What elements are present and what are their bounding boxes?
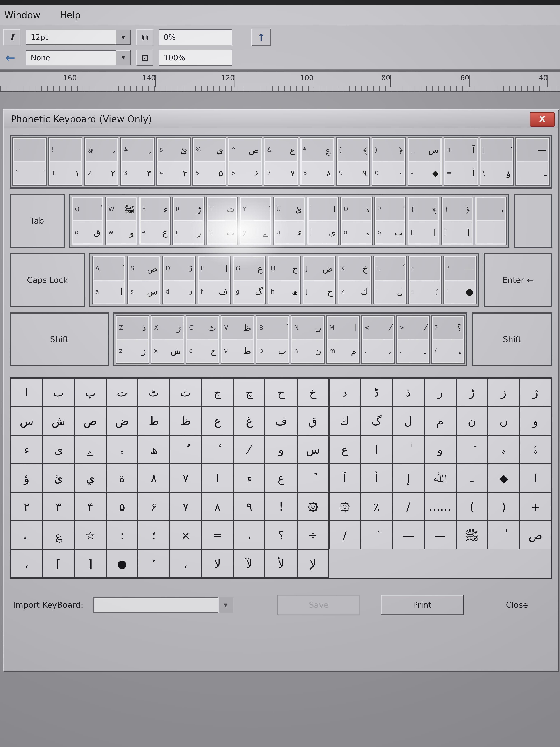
key-arabic-label: س [147,287,158,297]
close-button[interactable]: Close [485,596,549,614]
key-latin-label: a [95,288,99,295]
keyboard-bottom-row: Shift ZذzزXژxشCثcچVظvطBؓbبNںnنMاmم<⁄,،>⁄… [10,312,553,366]
key-arabic-label: ا [120,287,122,297]
grid-cell: ع [202,407,233,435]
key-arabic-label: ھ [292,287,298,297]
grid-cell: پ [74,378,106,407]
key-shift-arabic-label: ا [225,263,228,274]
key-shift-arabic-label: — [465,263,473,274]
keyboard-key-blank: —ـ [515,137,550,186]
key-arabic-label: ۵ [218,168,223,178]
grid-cell: ☆ [74,521,106,549]
keyboard-key-5: %ي5۵ [192,137,226,186]
key-shift-latin-label: Q [75,206,80,213]
key-latin-label: ; [411,288,413,295]
grid-cell: ۷ [170,492,202,521]
key-arabic-label: ● [466,287,473,297]
grid-cell: ش [43,407,74,435]
key-shift-arabic-label: ا [354,323,356,333]
keyboard-key-=: +آ=أ [444,137,478,186]
key-arabic-label: پ [395,227,403,237]
key-latin-label: u [276,229,280,236]
keyboard-key-`: ~ٌ`ً [12,137,47,186]
back-arrow-icon[interactable]: ← [3,51,17,65]
key-shift-latin-label: ! [52,147,54,154]
chevron-down-icon[interactable]: ▼ [218,597,233,613]
import-keyboard-value[interactable] [93,597,218,613]
key-latin-label: t [209,229,212,236]
import-keyboard-combo[interactable]: ▼ [93,597,233,613]
grid-cell: آ [329,464,361,492]
grid-cell: …… [424,492,456,521]
key-shift-arabic-label: ۃ [366,204,369,214]
keyboard-key-d: Dڈdد [162,256,196,304]
keyboard-key-6: ^ص6۶ [228,137,262,186]
keyboard-key-z: Zذzز [116,315,149,364]
spacing-field[interactable]: 0% [159,29,232,45]
spacer-key [514,194,553,248]
keyboard-key-8: *؏8۸ [300,137,334,186]
grid-cell: ے [74,435,106,464]
key-shift-arabic-label: ﴾ [432,204,436,214]
grid-cell: ٧ [170,464,202,492]
keyboard-key-x: Xژxش [151,315,184,364]
chevron-down-icon[interactable]: ▼ [116,50,131,65]
up-arrow-button[interactable]: ↑ [251,29,271,46]
print-button[interactable]: Print [381,595,463,615]
italic-icon[interactable]: I [3,29,21,45]
style-value[interactable]: None [26,50,116,65]
key-shift-arabic-label: ؏ [325,145,331,155]
keyboard-key-t: Tٹtت [206,197,238,245]
font-size-value[interactable]: 12pt [26,30,116,45]
grid-cell: ⁄ [233,435,265,464]
grid-cell: ؟ [265,521,297,549]
keyboard-home-row: Caps Lock AٓaاSصsسDڈdدFاfفGغgگHحhھJضjجKخ… [10,253,553,307]
keyboard-key-b: Bؓbب [256,315,289,364]
key-shift-arabic-label: ⁄ [390,323,391,333]
grid-cell: ف [265,407,297,435]
key-shift-latin-label: S [131,265,134,272]
key-latin-label: 9 [339,170,343,177]
keyboard-key-i: Iاiی [307,197,339,245]
keyboard-number-row: ~ٌ`ً!1۱@،2۲#؍3۳$ئ4۴%ي5۵^ص6۶&ع7۷*؏8۸(﴾9۹)… [10,135,553,188]
key-arabic-label: ۷ [290,168,295,178]
key-shift-latin-label: I [310,206,312,213]
key-arabic-label: ۔ [423,346,426,356]
font-size-combo[interactable]: 12pt ▼ [26,30,131,45]
keyboard-key-q: Qْqق [72,197,104,245]
grid-cell: ۶ [138,492,170,521]
key-shift-arabic-label: ﴾ [363,145,367,155]
key-shift-latin-label: ) [375,147,377,154]
keyboard-key-m: Mاmم [326,315,359,364]
grid-cell: ٪ [361,492,392,521]
chevron-down-icon[interactable]: ▼ [116,30,131,45]
key-latin-label: ' [446,288,448,295]
toolbar-divider [0,70,560,72]
zoom-field[interactable]: 100% [159,50,232,66]
keyboard-key-7: &ع7۷ [264,137,298,186]
key-arabic-label: ع [162,227,168,237]
keyboard-key-,: <⁄,، [361,315,395,364]
grid-cell: ۞ [329,492,361,521]
key-shift-arabic-label: ء [163,204,168,214]
keyboard-key-[: {﴾[[ [408,197,439,245]
menu-help[interactable]: Help [60,10,81,21]
key-shift-arabic-label: ث [208,323,216,333]
keyboard-key-': "—'● [443,256,477,304]
grid-cell: ۳ [43,492,74,521]
grid-cell: ء [233,464,265,492]
menu-window[interactable]: Window [4,10,41,21]
key-shift-arabic-label: ؟ [457,323,461,333]
dialog-titlebar[interactable]: Phonetic Keyboard (View Only) X [4,110,558,128]
key-latin-label: g [236,288,239,295]
style-combo[interactable]: None ▼ [26,50,131,65]
keyboard-key-w: Wﷺwو [105,197,137,245]
grid-cell: ص [74,407,106,435]
grid-cell: ن [456,407,488,435]
key-arabic-label: ہ [367,227,369,237]
close-icon[interactable]: X [530,112,555,126]
char-spacing-icon: ⧉ [136,29,154,45]
key-shift-arabic-label: ئ [180,145,187,155]
save-button[interactable]: Save [278,595,360,615]
grid-cell: ہ [106,435,138,464]
